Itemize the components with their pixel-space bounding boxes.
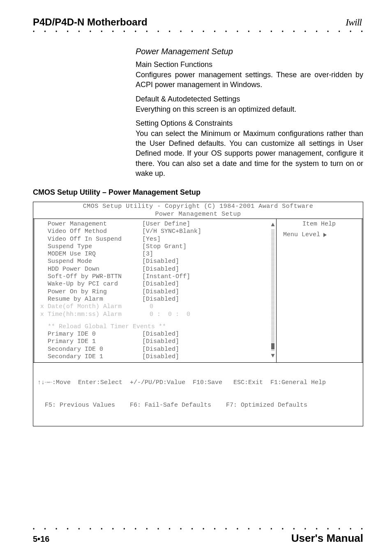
scroll-down-icon[interactable]: ▼ — [271, 352, 274, 360]
setting-key: MODEM Use IRQ — [48, 251, 142, 258]
triangle-right-icon — [323, 233, 327, 237]
bios-scrollbar[interactable]: ▲ ▼ — [270, 221, 275, 360]
bios-setting-row[interactable]: Primary IDE 1[Disabled] — [40, 338, 273, 345]
bios-title-line1: CMOS Setup Utility - Copyright (C) 1984-… — [33, 203, 363, 210]
setting-key: Secondary IDE 1 — [48, 353, 142, 361]
bios-body: Power Management[User Define]Video Off M… — [33, 219, 363, 363]
bios-footer-line1: ↑↓→←:Move Enter:Select +/-/PU/PD:Value F… — [37, 379, 359, 387]
bios-settings-pane: Power Management[User Define]Video Off M… — [33, 219, 277, 362]
setting-value: [3] — [142, 251, 273, 258]
page-number: 5•16 — [33, 534, 49, 544]
setting-key: Suspend Mode — [48, 258, 142, 265]
setting-value: [Disabled] — [142, 266, 273, 273]
bios-setting-row[interactable]: Secondary IDE 0[Disabled] — [40, 346, 273, 353]
brand-logo: Iwill — [346, 17, 363, 28]
setting-value: [Disabled] — [142, 281, 273, 288]
setting-value: [Yes] — [142, 236, 273, 243]
dotted-rule-bottom: • • • • • • • • • • • • • • • • • • • • … — [33, 526, 363, 532]
setting-key: Suspend Type — [48, 243, 142, 251]
menu-level-row: Menu Level — [281, 231, 357, 239]
bios-screenshot: CMOS Setup Utility - Copyright (C) 1984-… — [33, 202, 363, 426]
bios-setting-row[interactable]: MODEM Use IRQ[3] — [40, 251, 273, 258]
bios-title: CMOS Setup Utility - Copyright (C) 1984-… — [33, 202, 363, 219]
bios-setting-row[interactable]: Suspend Type[Stop Grant] — [40, 243, 273, 251]
bios-setting-row-disabled: xDate(of Month) Alarm 0 — [40, 303, 273, 311]
setting-value: [Disabled] — [142, 331, 273, 338]
item-help-title: Item Help — [281, 221, 357, 228]
menu-level-label: Menu Level — [283, 231, 320, 239]
setting-key: Soft-Off by PWR-BTTN — [48, 273, 142, 281]
section-title: Power Management Setup — [136, 47, 363, 56]
page-header: P4D/P4D-N Motherboard Iwill — [33, 16, 363, 28]
setting-key: Primary IDE 1 — [48, 338, 142, 345]
setting-value: [Stop Grant] — [142, 243, 273, 251]
bios-section-header: ** Reload Global Timer Events ** — [40, 323, 273, 331]
setting-key: Video Off In Suspend — [48, 236, 142, 243]
text-default: Everything on this screen is an optimize… — [136, 104, 363, 114]
setting-value: [V/H SYNC+Blank] — [142, 228, 273, 235]
product-title: P4D/P4D-N Motherboard — [33, 16, 148, 28]
bios-setting-row[interactable]: Power On by Ring[Disabled] — [40, 288, 273, 296]
setting-value: [Disabled] — [142, 296, 273, 303]
subhead-main: Main Section Functions — [136, 60, 363, 69]
bios-title-line2: Power Management Setup — [33, 211, 363, 218]
bios-setting-row[interactable]: Suspend Mode[Disabled] — [40, 258, 273, 265]
bios-setting-row[interactable]: HDD Power Down[Disabled] — [40, 266, 273, 273]
setting-key: Secondary IDE 0 — [48, 346, 142, 353]
bios-setting-row[interactable]: Primary IDE 0[Disabled] — [40, 331, 273, 338]
page-footer: • • • • • • • • • • • • • • • • • • • • … — [33, 524, 363, 545]
subhead-default: Default & Autodetected Settings — [136, 95, 363, 104]
scroll-thumb[interactable] — [271, 343, 274, 349]
scroll-track[interactable] — [271, 230, 274, 352]
text-main: Configures power management settings. Th… — [136, 70, 363, 90]
utility-title: CMOS Setup Utility – Power Management Se… — [33, 188, 363, 197]
setting-key: Resume by Alarm — [48, 296, 142, 303]
setting-value: 0 : 0 : 0 — [142, 311, 273, 318]
setting-value: [Disabled] — [142, 258, 273, 265]
setting-value: [Instant-Off] — [142, 273, 273, 281]
description-block: Power Management Setup Main Section Func… — [136, 47, 363, 178]
setting-key: Power Management — [48, 221, 142, 228]
bios-setting-row[interactable]: Video Off In Suspend[Yes] — [40, 236, 273, 243]
setting-value: [Disabled] — [142, 353, 273, 361]
setting-value: [Disabled] — [142, 346, 273, 353]
setting-key: HDD Power Down — [48, 266, 142, 273]
bios-setting-row[interactable]: Resume by Alarm[Disabled] — [40, 296, 273, 303]
bios-setting-row[interactable]: Video Off Method[V/H SYNC+Blank] — [40, 228, 273, 235]
text-options: You can select the Minimum or Maximum co… — [136, 129, 363, 178]
setting-key: Wake-Up by PCI card — [48, 281, 142, 288]
bios-setting-row-disabled: xTime(hh:mm:ss) Alarm 0 : 0 : 0 — [40, 311, 273, 318]
setting-key: Date(of Month) Alarm — [48, 303, 142, 311]
setting-key: Power On by Ring — [48, 288, 142, 296]
setting-value: 0 — [142, 303, 273, 311]
bios-footer: ↑↓→←:Move Enter:Select +/-/PU/PD:Value F… — [33, 363, 363, 426]
subhead-options: Setting Options & Constraints — [136, 119, 363, 128]
setting-value: [User Define] — [142, 221, 273, 228]
setting-key: Time(hh:mm:ss) Alarm — [48, 311, 142, 318]
scroll-up-icon[interactable]: ▲ — [271, 221, 274, 229]
bios-setting-row[interactable]: Soft-Off by PWR-BTTN[Instant-Off] — [40, 273, 273, 281]
dotted-rule-top: • • • • • • • • • • • • • • • • • • • • … — [33, 29, 363, 35]
bios-footer-line2: F5: Previous Values F6: Fail-Safe Defaul… — [37, 402, 359, 409]
bios-setting-row[interactable]: Wake-Up by PCI card[Disabled] — [40, 281, 273, 288]
bios-setting-row[interactable]: Power Management[User Define] — [40, 221, 273, 228]
manual-label: User's Manual — [291, 532, 363, 545]
setting-key: Video Off Method — [48, 228, 142, 235]
setting-value: [Disabled] — [142, 288, 273, 296]
setting-value: [Disabled] — [142, 338, 273, 345]
setting-key: Primary IDE 0 — [48, 331, 142, 338]
bios-help-pane: Item Help Menu Level — [277, 219, 363, 362]
bios-setting-row[interactable]: Secondary IDE 1[Disabled] — [40, 353, 273, 361]
